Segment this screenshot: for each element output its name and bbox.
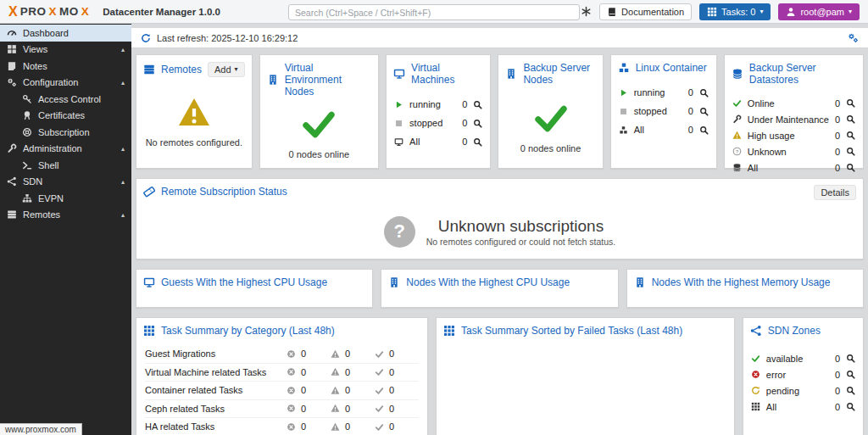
- warning-triangle-icon: [331, 367, 340, 376]
- empty-state-text: No remotes configured.: [146, 137, 242, 148]
- task-summary-row: HA related Tasks 0 0 0: [145, 418, 419, 435]
- row-count: 0: [835, 354, 840, 364]
- theme-asterisk-icon[interactable]: [581, 6, 592, 17]
- row-label: Online: [748, 98, 775, 109]
- sidebar-item-dashboard[interactable]: Dashboard: [0, 25, 131, 42]
- sidebar-item-remotes[interactable]: Remotes ▴: [0, 207, 131, 224]
- magnifier-icon[interactable]: [699, 88, 709, 98]
- cubes-icon: [619, 125, 628, 135]
- sidebar-item-configuration[interactable]: Configuration ▴: [0, 75, 131, 92]
- question-circle-icon: ?: [384, 216, 415, 248]
- magnifier-icon[interactable]: [846, 354, 855, 363]
- last-refresh-text: Last refresh: 2025-12-10 16:29:12: [157, 33, 298, 43]
- user-label: root@pam: [800, 7, 844, 17]
- sidebar-item-views[interactable]: Views ▴: [0, 42, 131, 59]
- sidebar-item-sdn[interactable]: SDN ▴: [0, 174, 131, 191]
- caret-down-icon: ▾: [235, 66, 238, 73]
- magnifier-icon[interactable]: [846, 386, 855, 395]
- tasks-button[interactable]: Tasks: 0 ▾: [699, 3, 771, 20]
- book-icon: [607, 7, 617, 17]
- sdn-zones-panel: SDN Zones available 0 error 0: [743, 317, 864, 435]
- sidebar: Dashboard Views ▴ Notes Configuration ▴ …: [0, 24, 131, 435]
- sidebar-item-shell[interactable]: Shell: [0, 157, 131, 174]
- sidebar-item-notes[interactable]: Notes: [0, 58, 131, 75]
- magnifier-icon[interactable]: [473, 100, 482, 109]
- sidebar-item-administration[interactable]: Administration ▴: [0, 141, 131, 158]
- play-icon: [394, 100, 403, 109]
- magnifier-icon[interactable]: [846, 131, 855, 140]
- sidebar-item-label: Remotes: [23, 209, 60, 220]
- row-label: All: [409, 137, 420, 147]
- magnifier-icon[interactable]: [473, 137, 482, 147]
- status-row-all: All 0: [619, 120, 709, 139]
- status-row-running: running 0: [619, 83, 709, 102]
- warning-triangle-icon: [331, 422, 340, 432]
- status-row-all: All 0: [732, 159, 855, 176]
- sidebar-item-label: Access Control: [38, 94, 101, 104]
- proxmox-logo: X PROXMOX: [8, 5, 89, 19]
- status-row-all: All 0: [751, 399, 855, 415]
- failed-tasks-panel: Task Summary Sorted by Failed Tasks (Las…: [436, 317, 735, 435]
- status-row-running: running 0: [394, 95, 482, 114]
- dashboard-settings-gears-icon[interactable]: [848, 32, 859, 43]
- dashboard-gauge-icon: [7, 28, 17, 38]
- top-header: X PROXMOX Datacenter Manager 1.0.0 Docum…: [0, 0, 868, 24]
- add-remote-button[interactable]: Add ▾: [208, 62, 245, 77]
- sitemap-icon: [22, 193, 32, 204]
- row-count: 0: [462, 137, 467, 147]
- sidebar-item-subscription[interactable]: Subscription: [0, 124, 131, 141]
- sidebar-item-evpn[interactable]: EVPN: [0, 190, 131, 207]
- check-icon: [751, 354, 760, 363]
- sidebar-item-certificates[interactable]: Certificates: [0, 108, 131, 125]
- stop-square-icon: [619, 107, 628, 116]
- ticket-icon: [143, 186, 155, 198]
- search-input[interactable]: [288, 4, 580, 20]
- caret-down-icon: ▾: [760, 8, 763, 15]
- magnifier-icon[interactable]: [846, 147, 855, 156]
- details-button[interactable]: Details: [814, 185, 856, 200]
- magnifier-icon[interactable]: [846, 370, 855, 379]
- magnifier-icon[interactable]: [846, 163, 855, 172]
- ok-count: 0: [389, 367, 394, 377]
- status-row-available: available 0: [751, 350, 855, 366]
- row-label: available: [766, 354, 803, 364]
- row-count: 0: [835, 386, 840, 396]
- magnifier-icon[interactable]: [473, 119, 482, 128]
- magnifier-icon[interactable]: [846, 402, 855, 411]
- sidebar-item-label: Configuration: [23, 77, 78, 87]
- ok-count: 0: [389, 385, 394, 395]
- sidebar-item-label: Dashboard: [23, 28, 69, 38]
- warning-triangle-icon: [175, 96, 213, 130]
- sidebar-item-label: Shell: [38, 160, 58, 170]
- task-category-label: Container related Tasks: [145, 385, 287, 395]
- error-count: 0: [301, 404, 306, 414]
- cubes-icon: [618, 62, 630, 74]
- row-count: 0: [835, 98, 840, 109]
- task-category-label: Ceph related Tasks: [145, 404, 287, 414]
- sidebar-item-access-control[interactable]: Access Control: [0, 91, 131, 108]
- task-summary-category-panel: Task Summary by Category (Last 48h) Gues…: [136, 317, 428, 435]
- refresh-icon[interactable]: [141, 33, 151, 43]
- status-row-unknown: Unknown 0: [732, 143, 855, 159]
- warning-count: 0: [345, 349, 350, 359]
- user-menu-button[interactable]: root@pam ▾: [778, 3, 860, 20]
- documentation-button[interactable]: Documentation: [599, 3, 692, 20]
- note-icon: [7, 61, 17, 71]
- task-summary-row: Guest Migrations 0 0 0: [145, 345, 419, 364]
- magnifier-icon[interactable]: [846, 98, 855, 108]
- row-count: 0: [688, 87, 693, 98]
- check-icon: [375, 349, 384, 359]
- monitor-icon: [143, 276, 155, 288]
- task-category-label: Virtual Machine related Tasks: [145, 367, 287, 377]
- sidebar-item-label: Administration: [23, 143, 82, 153]
- network-share-icon: [750, 325, 762, 337]
- panel-title: Task Summary Sorted by Failed Tasks (Las…: [461, 325, 682, 337]
- magnifier-icon[interactable]: [699, 107, 709, 116]
- magnifier-icon[interactable]: [699, 125, 709, 135]
- building-icon: [267, 74, 279, 86]
- task-summary-row: Ceph related Tasks 0 0 0: [145, 400, 419, 419]
- magnifier-icon[interactable]: [846, 114, 855, 124]
- monitor-icon: [394, 137, 403, 147]
- virtual-machines-card: Virtual Machines running 0 stopped 0: [386, 54, 491, 169]
- warning-triangle-icon: [732, 131, 742, 140]
